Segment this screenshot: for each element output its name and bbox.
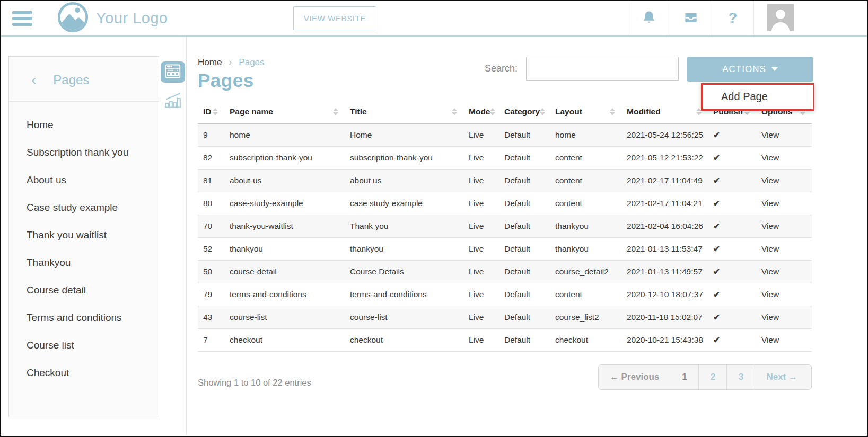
logo-image-icon — [57, 1, 89, 35]
cell-modified: 2021-05-12 21:53:22 — [621, 147, 708, 170]
cell-options: View — [756, 283, 812, 306]
cell-layout: thankyou — [550, 238, 621, 261]
cell-publish: ✔ — [708, 329, 756, 352]
cell-mode: Live — [463, 238, 499, 261]
top-header: Your Logo VIEW WEBSITE — [1, 1, 867, 37]
cell-mode: Live — [463, 283, 499, 306]
cell-page_name: course-list — [224, 306, 345, 329]
sidebar-item-subscription-thank-you[interactable]: Subscription thank you — [9, 139, 159, 166]
add-page-menu-item[interactable]: Add Page — [703, 85, 813, 109]
view-link[interactable]: View — [761, 130, 779, 139]
page-button-2[interactable]: 2 — [698, 365, 726, 389]
sidebar-item-course-detail[interactable]: Course detail — [9, 277, 159, 304]
inbox-button[interactable] — [670, 1, 712, 35]
cell-publish: ✔ — [708, 306, 756, 329]
search-input[interactable] — [526, 57, 679, 81]
cell-layout: course_detail2 — [550, 261, 621, 283]
view-link[interactable]: View — [761, 290, 779, 299]
cell-category: Default — [499, 170, 550, 192]
cell-category: Default — [499, 306, 550, 329]
sidebar-item-thank-you-waitlist[interactable]: Thank you waitlist — [9, 221, 159, 249]
user-avatar[interactable] — [753, 1, 806, 35]
app-window: Your Logo VIEW WEBSITE — [0, 0, 868, 437]
breadcrumb-home-link[interactable]: Home — [198, 57, 222, 68]
column-header-title[interactable]: Title — [345, 102, 463, 124]
logo[interactable]: Your Logo — [57, 1, 168, 35]
hamburger-menu-icon[interactable] — [12, 11, 32, 26]
sidebar-item-terms-and-conditions[interactable]: Terms and conditions — [9, 304, 159, 332]
sidebar-item-about-us[interactable]: About us — [9, 166, 159, 194]
cell-publish: ✔ — [708, 124, 756, 147]
help-button[interactable]: ? — [712, 1, 753, 35]
cell-layout: checkout — [550, 329, 621, 352]
breadcrumb-current: Pages — [239, 57, 264, 68]
column-header-layout[interactable]: Layout — [550, 102, 621, 124]
next-page-button[interactable]: Next → — [755, 365, 811, 389]
sidebar-item-course-list[interactable]: Course list — [9, 332, 159, 359]
view-link[interactable]: View — [761, 244, 779, 253]
inbox-tray-icon — [683, 10, 699, 28]
sidebar-item-checkout[interactable]: Checkout — [9, 359, 159, 387]
view-link[interactable]: View — [761, 153, 779, 162]
table-row: 50course-detailCourse DetailsLiveDefault… — [198, 261, 812, 283]
view-link[interactable]: View — [761, 267, 779, 276]
column-header-mode[interactable]: Mode — [463, 102, 499, 124]
cell-title: course-list — [345, 306, 463, 329]
sidebar-item-home[interactable]: Home — [9, 111, 159, 139]
previous-page-button[interactable]: ← Previous — [599, 365, 671, 389]
pages-table: IDPage nameTitleModeCategoryLayoutModifi… — [198, 102, 812, 352]
header-actions: ? — [628, 1, 867, 35]
page-button-1[interactable]: 1 — [670, 365, 698, 389]
cell-title: terms-and-conditions — [345, 283, 463, 306]
view-link[interactable]: View — [761, 199, 779, 208]
actions-dropdown-button[interactable]: ACTIONS — [687, 57, 813, 82]
cell-options: View — [756, 215, 812, 238]
sort-icon — [610, 108, 615, 115]
cell-category: Default — [499, 283, 550, 306]
cell-options: View — [756, 124, 812, 147]
cell-layout: content — [550, 192, 621, 215]
module-icon-strip — [159, 37, 186, 112]
cell-mode: Live — [463, 170, 499, 192]
page-title: Pages — [198, 70, 265, 91]
view-link[interactable]: View — [761, 335, 779, 344]
column-header-page_name[interactable]: Page name — [224, 102, 345, 124]
cell-modified: 2021-01-13 11:53:47 — [621, 238, 708, 261]
view-link[interactable]: View — [761, 176, 779, 185]
stats-module-button[interactable] — [163, 91, 182, 112]
cell-publish: ✔ — [708, 192, 756, 215]
cell-page_name: home — [224, 124, 345, 147]
cell-page_name: thankyou — [224, 238, 345, 261]
sidebar-item-thankyou[interactable]: Thankyou — [9, 249, 159, 277]
sort-icon — [540, 108, 545, 115]
logo-text: Your Logo — [96, 10, 168, 27]
view-link[interactable]: View — [761, 313, 779, 322]
sidebar-back[interactable]: ‹ Pages — [9, 57, 159, 102]
cell-category: Default — [499, 329, 550, 352]
column-header-modified[interactable]: Modified — [621, 102, 708, 124]
view-link[interactable]: View — [761, 221, 779, 230]
cell-category: Default — [499, 215, 550, 238]
cell-title: Thank you — [345, 215, 463, 238]
notifications-button[interactable] — [628, 1, 670, 35]
pages-module-button[interactable] — [161, 61, 185, 83]
cell-modified: 2020-10-21 15:43:38 — [621, 329, 708, 352]
cell-id: 70 — [198, 215, 224, 238]
view-website-button[interactable]: VIEW WEBSITE — [293, 6, 376, 30]
cell-modified: 2021-05-24 12:56:25 — [621, 124, 708, 147]
table-row: 79terms-and-conditionsterms-and-conditio… — [198, 283, 812, 306]
column-header-id[interactable]: ID — [198, 102, 224, 124]
cell-mode: Live — [463, 306, 499, 329]
column-header-category[interactable]: Category — [499, 102, 550, 124]
page-button-3[interactable]: 3 — [726, 365, 755, 389]
main-content: Home › Pages Pages Search: ACTIONS — [187, 37, 867, 435]
cell-page_name: thank-you-waitlist — [224, 215, 345, 238]
cell-options: View — [756, 329, 812, 352]
cell-title: Course Details — [345, 261, 463, 283]
table-row: 80case-study-examplecase study exampleLi… — [198, 192, 812, 215]
sidebar-item-case-study-example[interactable]: Case study example — [9, 194, 159, 221]
cell-id: 81 — [198, 170, 224, 192]
cell-publish: ✔ — [708, 283, 756, 306]
cell-page_name: case-study-example — [224, 192, 345, 215]
cell-page_name: subscription-thank-you — [224, 147, 345, 170]
